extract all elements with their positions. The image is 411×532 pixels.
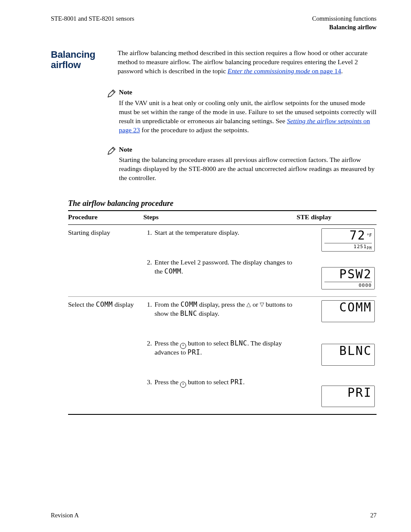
- note-body: Starting the balancing procedure erases …: [119, 156, 377, 183]
- note-block-2: Note Starting the balancing procedure er…: [103, 145, 377, 183]
- circle-button-icon: ≡: [180, 382, 186, 388]
- intro-paragraph: The airflow balancing method described i…: [118, 49, 377, 76]
- ste-display: COMM: [321, 300, 375, 322]
- running-head-topic: Commissioning functions: [312, 15, 377, 23]
- footer-revision: Revision A: [51, 511, 79, 520]
- step: 1. Start at the temperature display.: [143, 228, 295, 237]
- ste-display: BLNC: [321, 344, 375, 366]
- triangle-down-icon: ▽: [260, 301, 264, 308]
- pencil-icon: [107, 146, 116, 156]
- section-heading: Balancing airflow: [51, 50, 118, 70]
- col-steps: Steps: [143, 211, 297, 224]
- circle-button-icon: ≡: [180, 343, 186, 349]
- step: 1. From the COMM display, press the △ or…: [143, 300, 295, 318]
- step: 3. Press the ≡ button to select PRI.: [143, 378, 295, 387]
- step: 2. Enter the Level 2 password. The displ…: [143, 258, 295, 276]
- col-display: STE display: [297, 211, 377, 224]
- step: 2. Press the ≡ button to select BLNC. Th…: [143, 339, 295, 357]
- pencil-icon: [107, 89, 116, 98]
- procedure-cell: Select the COMM display: [68, 297, 143, 415]
- footer-page-number: 27: [371, 511, 377, 520]
- link-enter-commissioning-mode[interactable]: Enter the commissioning mode on page 14: [227, 67, 341, 75]
- page-footer: Revision A 27: [51, 511, 377, 520]
- ste-display: PSW2 0000: [321, 267, 375, 289]
- table-row: Select the COMM display 1. From the COMM…: [68, 297, 377, 415]
- procedure-table: Procedure Steps STE display Starting dis…: [68, 210, 377, 415]
- running-head-subtopic: Balancing airflow: [312, 23, 377, 32]
- intro-text-end: .: [341, 67, 343, 75]
- triangle-up-icon: △: [246, 301, 251, 308]
- ste-display: 72°F 1251PM: [321, 228, 375, 252]
- table-caption: The airflow balancing procedure: [68, 198, 377, 208]
- running-head: STE-8001 and STE-8201 sensors Commission…: [51, 15, 377, 31]
- procedure-cell: Starting display: [68, 225, 143, 297]
- running-head-right: Commissioning functions Balancing airflo…: [312, 15, 377, 31]
- note-label: Note: [119, 88, 377, 97]
- table-row: Starting display 1. Start at the tempera…: [68, 225, 377, 297]
- running-head-left: STE-8001 and STE-8201 sensors: [51, 15, 134, 31]
- ste-display: PRI: [321, 386, 375, 408]
- col-procedure: Procedure: [68, 211, 143, 224]
- note-block-1: Note If the VAV unit is a heat only or c…: [103, 88, 377, 135]
- note-body: If the VAV unit is a heat only or coolin…: [119, 99, 377, 135]
- note-label: Note: [119, 145, 377, 154]
